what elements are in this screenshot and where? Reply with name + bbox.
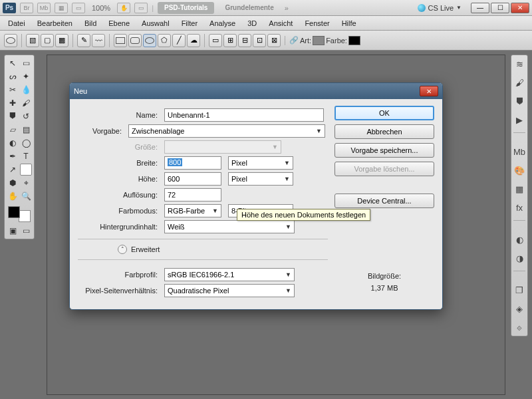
bg-dropdown[interactable]: Weiß▼ (164, 220, 295, 233)
color-swatch[interactable] (348, 36, 360, 45)
profile-dropdown[interactable]: sRGB IEC61966-2.1▼ (164, 268, 295, 281)
fg-color-icon[interactable] (8, 206, 20, 218)
zoom-tool-icon[interactable]: 🔍 (20, 190, 32, 202)
menu-ansicht[interactable]: Ansicht (263, 18, 298, 29)
history-brush-icon[interactable]: ↺ (20, 110, 32, 122)
hand-tool-icon[interactable]: ✋ (7, 190, 19, 202)
pen-icon[interactable]: ✎ (77, 34, 90, 47)
dialog-titlebar[interactable]: Neu ✕ (70, 83, 442, 99)
hand-icon[interactable]: ✋ (117, 3, 130, 13)
roundrect-shape-icon[interactable] (128, 34, 142, 47)
minibridge-chip[interactable]: Mb (37, 3, 51, 13)
dialog-close-button[interactable]: ✕ (420, 86, 438, 96)
tool-preset-icon[interactable] (4, 34, 17, 47)
menu-datei[interactable]: Datei (3, 18, 31, 29)
swatches-panel-icon[interactable]: ▦ (513, 183, 525, 195)
type-tool-icon[interactable]: T (20, 150, 32, 162)
link-icon[interactable]: 🔗 (289, 36, 299, 45)
par-dropdown[interactable]: Quadratische Pixel▼ (164, 284, 295, 297)
advanced-expander[interactable]: ˄ Erweitert (118, 245, 328, 254)
zoom-level[interactable]: 100% (89, 4, 113, 12)
menu-hilfe[interactable]: Hilfe (336, 18, 362, 29)
width-unit-dropdown[interactable]: Pixel▼ (228, 156, 293, 170)
move-tool-icon[interactable]: ↖ (7, 57, 19, 69)
line-shape-icon[interactable]: ╱ (172, 34, 186, 47)
rect-shape-icon[interactable] (114, 34, 127, 47)
path-select-icon[interactable]: ↗ (7, 164, 19, 176)
pathop-sub-icon[interactable]: ⊟ (238, 34, 251, 47)
style-swatch[interactable] (313, 36, 325, 45)
marquee-tool-icon[interactable]: ▭ (20, 57, 32, 69)
workspace-tab-active[interactable]: PSD-Tutorials (158, 2, 214, 14)
minibridge-panel-icon[interactable]: Mb (513, 146, 525, 158)
heal-tool-icon[interactable]: ✚ (7, 97, 19, 109)
device-central-button[interactable]: Device Central... (334, 194, 434, 208)
window-minimize-button[interactable]: — (471, 3, 489, 13)
dodge-tool-icon[interactable]: ◯ (20, 137, 32, 149)
window-maximize-button[interactable]: ☐ (491, 3, 509, 13)
actions-panel-icon[interactable]: ▶ (513, 114, 525, 126)
mode-dropdown[interactable]: RGB-Farbe▼ (164, 204, 221, 217)
blur-tool-icon[interactable]: ◐ (7, 137, 19, 149)
menu-ebene[interactable]: Ebene (103, 18, 135, 29)
view-icon[interactable]: ▭ (134, 3, 148, 13)
menu-3d[interactable]: 3D (242, 18, 262, 29)
stamp-tool-icon[interactable]: ⛊ (7, 110, 19, 122)
color-panel-icon[interactable]: 🎨 (513, 164, 525, 176)
pathop-new-icon[interactable]: ▭ (209, 34, 222, 47)
workspace-tab-inactive[interactable]: Grundelemente (218, 2, 280, 14)
name-input[interactable] (164, 108, 324, 122)
paths-panel-icon[interactable]: ⟐ (513, 321, 525, 333)
menu-bearbeiten[interactable]: Bearbeiten (32, 18, 78, 29)
workspace-more-icon[interactable]: » (285, 4, 289, 12)
menu-analyse[interactable]: Analyse (204, 18, 241, 29)
eraser-tool-icon[interactable]: ▱ (7, 124, 19, 136)
screenmode-icon[interactable]: ▭ (72, 3, 85, 13)
ok-button[interactable]: OK (334, 106, 434, 120)
shape-layer-icon[interactable]: ▧ (26, 34, 39, 47)
resolution-input[interactable] (164, 188, 221, 201)
layers-panel-icon[interactable]: ❐ (513, 284, 525, 296)
brushes-panel-icon[interactable]: 🖌 (513, 76, 525, 88)
polygon-shape-icon[interactable]: ⬠ (158, 34, 171, 47)
gradient-tool-icon[interactable]: ▤ (20, 124, 32, 136)
height-unit-dropdown[interactable]: Pixel▼ (228, 172, 293, 186)
masks-panel-icon[interactable]: ◐ (513, 233, 525, 245)
menu-filter[interactable]: Filter (176, 18, 203, 29)
menu-bild[interactable]: Bild (79, 18, 102, 29)
menu-fenster[interactable]: Fenster (299, 18, 334, 29)
channels-panel-icon[interactable]: ◈ (513, 303, 525, 315)
cs-live-button[interactable]: CS Live▼ (418, 4, 462, 12)
quickmask-icon[interactable]: ▣ (7, 225, 19, 237)
fillpixels-icon[interactable]: ▩ (55, 34, 68, 47)
width-input[interactable]: 800 (164, 156, 221, 170)
crop-tool-icon[interactable]: ✂ (7, 84, 19, 96)
paths-icon[interactable]: ▢ (41, 34, 54, 47)
screenmode2-icon[interactable]: ▭ (20, 225, 32, 237)
fg-bg-swatch[interactable] (7, 205, 32, 223)
pathop-add-icon[interactable]: ⊞ (223, 34, 237, 47)
shape-tool-icon[interactable] (20, 164, 32, 176)
cancel-button[interactable]: Abbrechen (334, 124, 434, 139)
ellipse-shape-icon[interactable] (143, 34, 156, 47)
styles-panel-icon[interactable]: fx (513, 201, 525, 213)
clone-panel-icon[interactable]: ⛊ (513, 95, 525, 107)
brush-tool-icon[interactable]: 🖌 (20, 97, 32, 109)
menu-auswahl[interactable]: Auswahl (136, 18, 175, 29)
3d-tool-icon[interactable]: ⬢ (7, 177, 19, 189)
adjustments-panel-icon[interactable]: ≋ (513, 58, 525, 70)
pen-tool-icon[interactable]: ✒ (7, 150, 19, 162)
window-close-button[interactable]: ✕ (511, 3, 529, 13)
arrange-icon[interactable]: ▦ (55, 3, 68, 13)
adjust2-panel-icon[interactable]: ◑ (513, 252, 525, 264)
save-preset-button[interactable]: Vorgabe speichern... (334, 143, 434, 158)
custom-shape-icon[interactable]: ☁ (187, 34, 200, 47)
preset-dropdown[interactable]: Zwischenablage▼ (128, 124, 325, 138)
height-input[interactable] (164, 172, 221, 186)
freeform-pen-icon[interactable]: 〰 (92, 34, 105, 47)
wand-tool-icon[interactable]: ✦ (20, 70, 32, 82)
pathop-xor-icon[interactable]: ⊠ (267, 34, 281, 47)
lasso-tool-icon[interactable]: ᔕ (7, 70, 19, 82)
bridge-chip[interactable]: Br (20, 3, 33, 13)
3d-cam-icon[interactable]: ⌖ (20, 177, 32, 189)
